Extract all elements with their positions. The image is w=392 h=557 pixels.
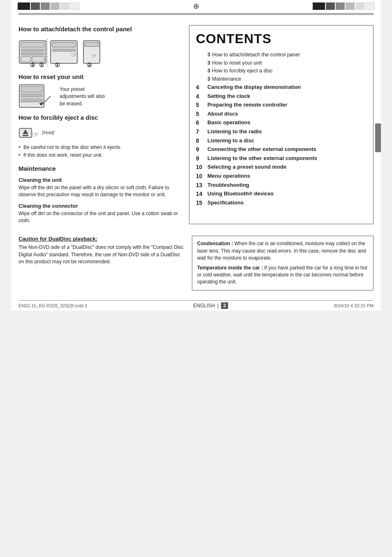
condensation-note: Condensation : When the car is air-condi…	[197, 240, 368, 262]
contents-text-13: Selecting a preset sound mode	[208, 163, 367, 171]
svg-rect-8	[52, 42, 76, 47]
section-attach-detach: How to attach/detach the control panel	[18, 25, 181, 69]
contents-text-7: About discs	[208, 110, 367, 118]
color-block-white	[70, 2, 79, 10]
contents-num-14: 10	[196, 172, 208, 181]
notes-box: Condensation : When the car is air-condi…	[192, 236, 374, 290]
svg-text:☞: ☞	[71, 51, 77, 58]
contents-text-15: Troubleshooting	[208, 181, 367, 189]
right-column: CONTENTS 3 How to attach/detach the cont…	[189, 25, 374, 224]
svg-rect-26	[23, 135, 28, 136]
header-center: ⊕	[79, 2, 313, 11]
contents-num-12: 9	[196, 155, 208, 163]
header-bar: ⊕	[11, 0, 381, 12]
contents-num-11: 9	[196, 146, 208, 154]
contents-text-3: Maintenance	[212, 76, 367, 83]
cleaning-connector-subheading: Cleaning the connector	[18, 203, 181, 209]
color-blocks-left	[18, 2, 79, 10]
contents-text-10: Listening to a disc	[208, 137, 367, 144]
color-block-mgray	[41, 2, 50, 10]
cleaning-connector-body: Wipe off dirt on the connector of the un…	[18, 210, 181, 225]
contents-item-4: 4 Canceling the display demonstration	[196, 84, 367, 92]
color-block-white-r	[365, 2, 374, 10]
contents-text-6: Preparing the remote controller	[208, 101, 367, 109]
color-block-dgray	[31, 2, 40, 10]
hold-label: [Hold]	[42, 130, 54, 135]
contents-item-2: 3 How to forcibly eject a disc	[196, 67, 367, 75]
color-block-mgray-r	[336, 2, 345, 10]
contents-item-11: 9 Connecting the other external componen…	[196, 146, 367, 154]
contents-num-7: 5	[196, 110, 208, 118]
page-number-badge: 3	[221, 302, 228, 309]
contents-num-13: 10	[196, 163, 208, 172]
color-block-lgray-r	[346, 2, 355, 10]
svg-rect-3	[21, 53, 44, 55]
contents-text-14: Menu operations	[208, 172, 367, 180]
svg-text:①: ①	[55, 62, 60, 68]
temperature-label: Temperature inside the car :	[197, 265, 263, 271]
contents-text-5: Setting the clock	[208, 93, 367, 100]
bullet-item-1: Be careful not to drop the disc when it …	[18, 144, 181, 151]
contents-num-3: 3	[208, 76, 210, 83]
caution-body: The Non-DVD side of a "DualDisc" does no…	[18, 244, 186, 265]
contents-text-11: Connecting the other external components	[208, 146, 367, 153]
contents-num-0: 3	[208, 51, 210, 59]
contents-text-9: Listening to the radio	[208, 128, 367, 135]
reset-svg	[18, 84, 60, 109]
eject-heading: How to forcibly eject a disc	[18, 114, 181, 122]
contents-item-1: 3 How to reset your unit	[196, 60, 367, 67]
top-rule-1	[18, 13, 374, 14]
page-number-area: ENGLISH | 3	[193, 302, 228, 309]
contents-text-12: Listening to the other external componen…	[208, 155, 367, 162]
reset-heading: How to reset your unit	[18, 73, 181, 81]
color-block-black	[18, 2, 30, 10]
footer-language: ENGLISH	[193, 303, 215, 309]
footer-left: EN02-15_KD-R328_320[J]f.indd 3	[18, 303, 87, 308]
contents-item-14: 10 Menu operations	[196, 172, 367, 181]
contents-item-8: 6 Basic operations	[196, 119, 367, 127]
section-reset: How to reset your unit Your preset adjus…	[18, 73, 181, 110]
reset-illustration: Your preset adjustments will also be era…	[18, 84, 181, 109]
color-block-xlgray-r	[355, 2, 364, 10]
main-content: How to attach/detach the control panel	[11, 15, 381, 228]
contents-item-16: 14 Using Bluetooth® devices	[196, 190, 367, 198]
svg-text:☞: ☞	[92, 52, 97, 59]
contents-item-12: 9 Listening to the other external compon…	[196, 155, 367, 163]
contents-item-7: 5 About discs	[196, 110, 367, 118]
contents-num-9: 7	[196, 128, 208, 136]
contents-num-17: 15	[196, 199, 208, 207]
maintenance-heading: Maintenance	[18, 165, 181, 173]
contents-num-6: 5	[196, 101, 208, 109]
contents-text-0: How to attach/detach the control panel	[212, 51, 367, 59]
contents-title: CONTENTS	[196, 31, 367, 46]
contents-list: 3 How to attach/detach the control panel…	[196, 51, 367, 207]
panel-illus-svg2: ② ☞	[83, 37, 103, 69]
contents-num-5: 4	[196, 93, 208, 101]
panel-illus-svg: ② ① ① ☞	[18, 37, 80, 69]
svg-rect-20	[21, 94, 42, 97]
contents-text-8: Basic operations	[208, 119, 367, 126]
compass-icon-center: ⊕	[193, 2, 199, 11]
contents-num-15: 13	[196, 181, 208, 190]
temperature-note: Temperature inside the car : If you have…	[197, 265, 368, 286]
contents-num-1: 3	[208, 60, 210, 67]
caution-heading: Caution for DualDisc playback:	[18, 236, 186, 242]
contents-item-15: 13 Troubleshooting	[196, 181, 367, 190]
svg-rect-1	[21, 42, 44, 47]
svg-rect-19	[21, 86, 42, 92]
section-maintenance: Maintenance Cleaning the unit Wipe off t…	[18, 165, 181, 224]
bullet-item-2: If this does not work, reset your unit.	[18, 152, 181, 159]
left-column: How to attach/detach the control panel	[18, 25, 189, 224]
contents-text-2: How to forcibly eject a disc	[212, 67, 367, 75]
svg-rect-5	[32, 56, 44, 62]
contents-item-3: 3 Maintenance	[196, 76, 367, 83]
contents-item-17: 15 Specifications	[196, 199, 367, 207]
eject-bullets: Be careful not to drop the disc when it …	[18, 144, 181, 159]
cleaning-unit-body: Wipe off the dirt on the panel with a dr…	[18, 184, 181, 199]
svg-rect-2	[21, 49, 44, 51]
contents-text-1: How to reset your unit	[212, 60, 367, 67]
svg-rect-15	[85, 42, 99, 46]
svg-text:②: ②	[87, 62, 92, 68]
color-block-dgray-r	[326, 2, 335, 10]
contents-item-13: 10 Selecting a preset sound mode	[196, 163, 367, 172]
